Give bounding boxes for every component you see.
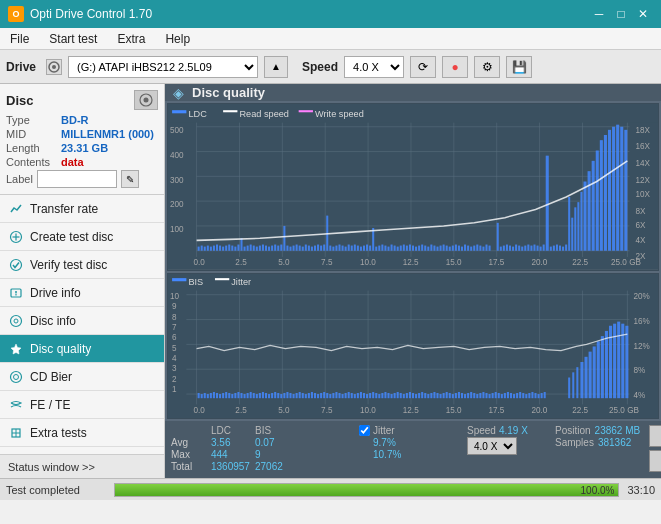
start-full-button[interactable]: Start full [649,425,661,447]
sidebar-item-disc-quality[interactable]: Disc quality [0,335,164,363]
menu-extra[interactable]: Extra [107,28,155,49]
speed-label: Speed [302,60,338,74]
svg-text:17.5: 17.5 [489,405,505,414]
svg-text:10X: 10X [636,190,651,199]
close-button[interactable]: ✕ [633,5,653,23]
svg-rect-328 [467,393,469,398]
svg-text:8X: 8X [636,207,646,216]
svg-rect-281 [323,392,325,398]
status-window-button[interactable]: Status window >> [0,454,164,478]
svg-rect-267 [280,394,282,398]
svg-rect-93 [305,245,307,251]
sidebar-item-extra-tests[interactable]: Extra tests [0,419,164,447]
start-part-button[interactable]: Start part [649,450,661,472]
svg-rect-325 [458,392,460,398]
svg-rect-90 [296,245,298,251]
svg-rect-305 [397,392,399,398]
svg-rect-259 [256,394,258,398]
svg-rect-123 [397,247,399,251]
sidebar-item-transfer-rate[interactable]: Transfer rate [0,195,164,223]
svg-rect-61 [207,246,209,251]
disc-quality-icon [8,341,24,357]
svg-rect-60 [204,247,206,251]
sidebar-item-verify-test-disc[interactable]: Verify test disc [0,251,164,279]
speed-select[interactable]: 4.0 X [344,56,404,78]
svg-rect-132 [424,246,426,251]
svg-rect-99 [323,245,325,251]
minimize-button[interactable]: ─ [589,5,609,23]
eject-button[interactable]: ▲ [264,56,288,78]
svg-rect-341 [507,392,509,398]
save-button[interactable]: 💾 [506,56,532,78]
sidebar-item-create-test-disc[interactable]: Create test disc [0,223,164,251]
svg-rect-83 [274,245,276,251]
svg-rect-116 [375,247,377,251]
menu-start-test[interactable]: Start test [39,28,107,49]
svg-rect-345 [519,392,521,398]
svg-rect-297 [372,392,374,398]
disc-contents-value: data [61,156,84,168]
sidebar-item-disc-info[interactable]: Disc info [0,307,164,335]
svg-rect-87 [286,246,288,251]
svg-rect-261 [262,392,264,398]
svg-text:4: 4 [172,353,177,362]
speed-dropdown[interactable]: 4.0 X [467,437,517,455]
svg-rect-289 [348,392,350,398]
svg-rect-122 [394,246,396,251]
disc-label-key: Label [6,173,33,185]
svg-point-14 [11,371,22,382]
disc-label-input[interactable] [37,170,117,188]
svg-rect-149 [476,245,478,251]
svg-rect-143 [458,246,460,251]
svg-rect-180 [577,202,579,251]
svg-rect-293 [360,392,362,398]
jitter-checkbox[interactable] [359,425,370,436]
drive-select[interactable]: (G:) ATAPI iHBS212 2.5L09 [68,56,258,78]
fe-te-icon [8,397,24,413]
burn-button[interactable]: ● [442,56,468,78]
svg-rect-79 [262,245,264,251]
svg-rect-145 [464,245,466,251]
jitter-avg-val: 9.7% [359,437,459,448]
svg-rect-339 [501,394,503,398]
svg-rect-189 [612,127,615,251]
svg-rect-331 [476,394,478,398]
svg-point-1 [52,65,56,69]
svg-rect-308 [406,393,408,398]
avg-speed-val: 4.19 X [499,425,528,436]
svg-text:7.5: 7.5 [321,405,333,414]
svg-rect-249 [225,392,227,398]
svg-rect-191 [620,127,623,251]
svg-rect-64 [216,245,218,251]
samples-label: Samples [555,437,594,448]
svg-rect-96 [314,246,316,251]
svg-rect-85 [280,245,282,251]
menu-help[interactable]: Help [155,28,200,49]
disc-eject-icon[interactable] [134,90,158,110]
svg-rect-244 [210,393,212,398]
stats-max-label: Max [171,449,211,460]
svg-rect-292 [357,393,359,398]
svg-point-3 [144,98,149,103]
options-button[interactable]: ⚙ [474,56,500,78]
sidebar-item-drive-info[interactable]: Drive info [0,279,164,307]
svg-rect-72 [240,239,242,251]
svg-rect-280 [320,393,322,398]
svg-rect-148 [473,246,475,251]
menu-file[interactable]: File [0,28,39,49]
svg-text:10: 10 [170,291,180,300]
svg-rect-188 [608,130,611,251]
svg-rect-246 [216,393,218,398]
svg-text:4X: 4X [636,237,646,246]
svg-rect-248 [222,393,224,398]
disc-label-button[interactable]: ✎ [121,170,139,188]
maximize-button[interactable]: □ [611,5,631,23]
svg-rect-77 [256,247,258,251]
sidebar-item-fe-te[interactable]: FE / TE [0,391,164,419]
refresh-button[interactable]: ⟳ [410,56,436,78]
svg-rect-269 [286,392,288,398]
svg-text:8%: 8% [634,366,646,375]
sidebar-item-cd-bier[interactable]: CD Bier [0,363,164,391]
svg-rect-155 [500,247,502,251]
svg-rect-283 [329,394,331,398]
